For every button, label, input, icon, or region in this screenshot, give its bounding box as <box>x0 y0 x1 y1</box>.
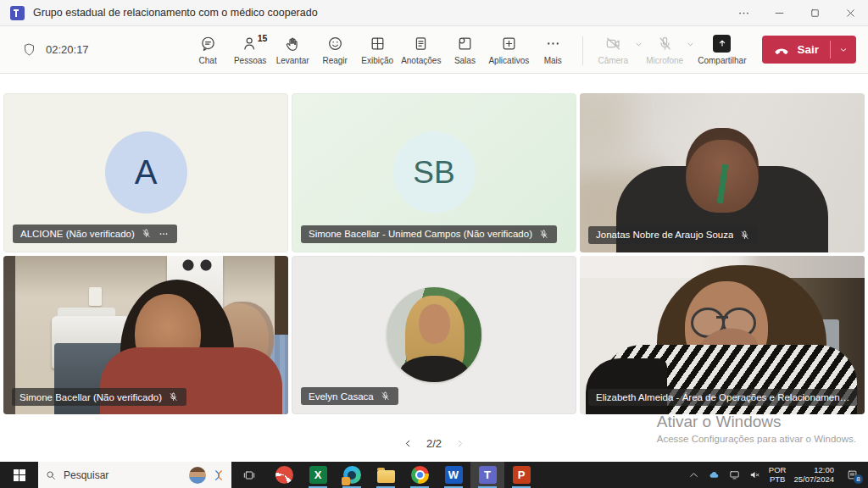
avatar-initials: SB <box>393 131 476 214</box>
task-view-icon <box>242 469 256 482</box>
chat-icon <box>199 35 217 53</box>
camera-options-chevron-icon[interactable] <box>634 40 643 49</box>
title-bar: Grupo estadual de relacionamento com o m… <box>0 0 868 26</box>
more-button[interactable]: Mais <box>531 35 574 65</box>
taskbar-app-powerpoint[interactable]: P <box>504 462 538 488</box>
camera-group: Câmera <box>592 35 643 65</box>
mic-muted-icon <box>141 228 152 239</box>
date: 25/07/2024 <box>793 475 834 485</box>
language-indicator[interactable]: POR PTB <box>769 466 787 485</box>
maximize-button[interactable] <box>797 0 832 25</box>
system-tray: POR PTB 12:00 25/07/2024 8 <box>687 462 868 488</box>
taskbar-app-utility[interactable] <box>335 462 369 488</box>
rooms-button[interactable]: Salas <box>443 35 486 65</box>
teams-meeting-window: Grupo estadual de relacionamento com o m… <box>0 0 868 488</box>
people-icon: 15 <box>242 35 259 53</box>
toolbar-buttons: Chat 15 Pessoas Levantar Exibição <box>186 35 574 65</box>
microphone-button[interactable]: Microfone <box>643 35 686 65</box>
teams-icon: T <box>479 466 497 484</box>
windows-activation-watermark: Ativar o Windows Acesse Configurações pa… <box>657 413 856 444</box>
taskbar-app-word[interactable]: W <box>437 462 470 488</box>
participant-nameplate: Elizabeth Almeida - Área de Operações e … <box>588 389 858 406</box>
participant-name: Evelyn Casaca <box>309 391 374 402</box>
meeting-toolbar: 02:20:17 Chat 15 Pessoas Levantar <box>0 26 868 74</box>
profile-photo-avatar <box>387 287 481 382</box>
microphone-options-chevron-icon[interactable] <box>686 40 695 49</box>
participant-name: ALCIONE (Não verificado) <box>20 229 135 239</box>
microphone-off-icon <box>656 35 674 53</box>
taskbar-app-teams[interactable]: T <box>470 462 504 488</box>
participant-nameplate: Jonatas Nobre de Araujo Souza <box>588 226 758 244</box>
windows-taskbar: Pesquisar X W T <box>0 462 868 488</box>
notification-center-button[interactable]: 8 <box>842 467 862 484</box>
word-icon: W <box>445 466 463 484</box>
close-button[interactable] <box>832 0 868 25</box>
minimize-button[interactable] <box>761 0 797 25</box>
volume-muted-icon[interactable] <box>748 469 761 481</box>
participant-nameplate: Simone Bacellar (Não verificado) <box>12 388 186 406</box>
next-page-icon[interactable] <box>454 438 465 449</box>
teams-app-icon <box>10 6 25 20</box>
clock[interactable]: 12:00 25/07/2024 <box>793 466 834 485</box>
camera-button[interactable]: Câmera <box>592 35 634 65</box>
participant-tile-simone-unimed[interactable]: SB Simone Bacellar - Unimed Campos (Não … <box>292 93 576 252</box>
apps-button[interactable]: Aplicativos <box>486 35 531 65</box>
apps-icon <box>500 35 518 53</box>
share-icon <box>713 35 731 53</box>
chat-button[interactable]: Chat <box>186 35 229 65</box>
powerpoint-icon: P <box>513 466 531 484</box>
excel-icon: X <box>309 466 327 484</box>
leave-options-chevron-icon[interactable] <box>831 36 856 64</box>
participant-tile-alcione[interactable]: A ALCIONE (Não verificado) <box>3 93 288 252</box>
react-icon <box>326 35 344 53</box>
system-utility-icon <box>343 466 361 484</box>
taskbar-search-input[interactable]: Pesquisar <box>38 462 231 488</box>
raise-hand-icon <box>284 35 302 53</box>
start-button[interactable] <box>0 462 38 488</box>
notes-button[interactable]: Anotações <box>398 35 443 65</box>
participant-nameplate: Evelyn Casaca <box>301 387 398 405</box>
raise-hand-button[interactable]: Levantar <box>271 35 314 65</box>
people-count-badge: 15 <box>258 33 268 43</box>
participant-tile-elizabeth[interactable]: Elizabeth Almeida - Área de Operações e … <box>580 256 865 415</box>
participant-tile-simone[interactable]: Simone Bacellar (Não verificado) <box>3 256 288 415</box>
react-button[interactable]: Exibição Reagir <box>314 35 356 65</box>
search-placeholder: Pesquisar <box>64 469 182 481</box>
participant-nameplate: Simone Bacellar - Unimed Campos (Não ver… <box>301 225 557 243</box>
taskbar-app-excel[interactable]: X <box>301 462 335 488</box>
window-controls <box>726 0 868 25</box>
watermark-subtitle: Acesse Configurações para ativar o Windo… <box>657 434 856 444</box>
view-button[interactable]: Exibição <box>356 35 398 65</box>
camera-off-icon <box>604 35 622 53</box>
participant-nameplate: ALCIONE (Não verificado) <box>13 225 177 243</box>
taskbar-app-media[interactable] <box>267 462 301 488</box>
participant-tile-jonatas[interactable]: Jonatas Nobre de Araujo Souza <box>580 93 865 252</box>
notification-count-badge: 8 <box>854 474 863 484</box>
tray-expand-chevron-icon[interactable] <box>687 469 700 481</box>
mic-muted-icon <box>538 229 549 240</box>
leave-button-main[interactable]: Sair <box>762 36 830 64</box>
network-display-icon[interactable] <box>728 469 741 481</box>
previous-page-icon[interactable] <box>403 438 414 449</box>
people-button[interactable]: 15 Pessoas <box>229 35 271 65</box>
participant-name: Jonatas Nobre de Araujo Souza <box>596 230 733 240</box>
taskbar-app-chrome[interactable] <box>403 462 437 488</box>
media-app-icon <box>275 466 293 484</box>
window-more-icon[interactable] <box>726 0 761 25</box>
mic-muted-icon <box>380 391 391 402</box>
participant-tile-evelyn[interactable]: Evelyn Casaca <box>292 256 576 415</box>
onedrive-cloud-icon[interactable] <box>708 469 721 481</box>
meeting-timer-group: 02:20:17 <box>22 42 89 57</box>
meeting-timer: 02:20:17 <box>46 43 89 56</box>
shield-icon <box>22 42 36 57</box>
taskbar-app-explorer[interactable] <box>369 462 403 488</box>
avatar-initials: A <box>105 131 187 214</box>
microphone-group: Microfone <box>643 35 695 65</box>
participant-name: Simone Bacellar - Unimed Campos (Não ver… <box>309 229 532 239</box>
share-button[interactable]: Compartilhar <box>695 35 748 65</box>
task-view-button[interactable] <box>231 462 267 488</box>
mic-muted-icon <box>168 391 179 402</box>
leave-button[interactable]: Sair <box>762 36 856 64</box>
tile-more-options-icon[interactable] <box>158 228 170 240</box>
notes-icon <box>412 35 430 53</box>
